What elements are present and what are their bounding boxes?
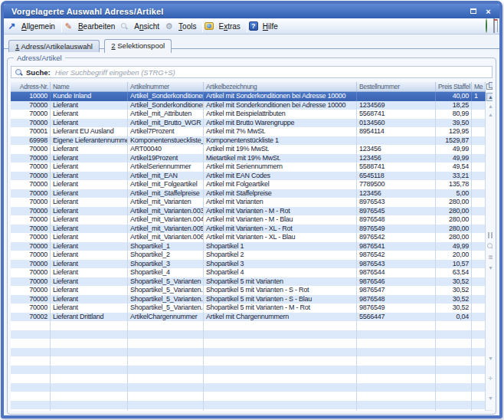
cell-bestellnummer [357, 366, 436, 375]
magnifier-icon[interactable] [487, 243, 493, 251]
table-row[interactable]: 70000LieferantArtikel_mit_EANArtikel mit… [11, 172, 486, 181]
cell-adress_nr: 70000 [11, 101, 51, 110]
empty-row[interactable] [11, 401, 486, 410]
scroll-top-button[interactable]: ▲ [486, 93, 493, 101]
column-header-artikelbezeichnung[interactable]: Artikelbezeichnung [204, 82, 357, 91]
cell-name [51, 348, 128, 357]
table-row[interactable]: 70000LieferantArtikelSeriennummerArtikel… [11, 162, 486, 172]
cell-name: Lieferant [51, 215, 128, 225]
cell-bestellnummer [357, 409, 436, 411]
table-row[interactable]: 70000LieferantArtikel_mit_Varianten.005A… [11, 225, 486, 234]
table-row[interactable]: 70000LieferantArtikel_mit_Varianten.003A… [11, 207, 486, 216]
cell-artikelnummer: Komponentenstueckliste_1 [128, 136, 204, 146]
column-header-artikelnummer[interactable]: Artikelnummer [128, 82, 204, 91]
column-header-adress_nr[interactable]: Adress-Nr. [11, 82, 51, 91]
scroll-bottom-button[interactable]: ▼ [486, 395, 493, 402]
table-row[interactable]: 70000LieferantShopartikel_5_VariantenSho… [11, 277, 486, 287]
table-row[interactable]: 70000LieferantShopartikel_5_Varianten.2S… [11, 295, 486, 304]
empty-row[interactable] [11, 339, 486, 348]
table-row[interactable]: 70000LieferantArtikel_mit_Varianten.006A… [11, 233, 486, 242]
table-row[interactable]: 70000LieferantShopartikel_3Shopartikel 3… [11, 260, 486, 269]
list-icon[interactable]: ≣ [487, 254, 493, 261]
cell-adress_nr [11, 339, 51, 348]
menu-item-tools[interactable]: Tools [174, 21, 201, 32]
filter-icon[interactable]: ▾ [487, 264, 493, 272]
table-row[interactable]: 70000LieferantShopartikel_5_Varianten.3S… [11, 304, 486, 313]
tab-adress-artikelauswahl[interactable]: 1 Adress/Artikelauswahl [8, 40, 100, 52]
table-row[interactable]: 70000LieferantShopartikel_4Shopartikel 4… [11, 268, 486, 277]
empty-row[interactable] [11, 366, 486, 375]
cell-artikelbezeichnung: Artikel mit Varianten - XL - Rot [204, 225, 357, 234]
menu-item-extras[interactable]: Extras [214, 21, 244, 32]
table-row[interactable]: 70000LieferantShopartikel_1Shopartikel 1… [11, 242, 486, 251]
empty-row[interactable] [11, 409, 486, 411]
column-header-me[interactable]: Me [472, 82, 486, 91]
cell-me [472, 242, 486, 251]
cell-artikelnummer: Artikel7Prozent [128, 127, 204, 136]
cell-preis_staffel_1: 280,00 [436, 215, 472, 225]
menu-item-allgemein[interactable]: Allgemein [17, 21, 60, 32]
column-header-preis_staffel_1[interactable]: Preis Staffel 1 [436, 82, 472, 91]
table-row[interactable]: 70000LieferantArtikel_mit_StaffelpreiseA… [11, 189, 486, 199]
arrow-up-right-icon: ↗ [7, 21, 17, 31]
table-row[interactable]: 70002Lieferant DrittlandArtikelChargennu… [11, 313, 486, 322]
scroll-up-button[interactable]: ▲ [486, 111, 493, 119]
table-row[interactable]: 70000LieferantArtikel_mit_VariantenArtik… [11, 198, 486, 207]
cell-artikelbezeichnung: Artikel mit Varianten - M - Blau [204, 215, 357, 225]
table-row[interactable]: 70000LieferantShopartikel_5_Varianten.1S… [11, 286, 486, 295]
cell-adress_nr: 70000 [11, 286, 51, 295]
globe-button[interactable] [484, 18, 489, 34]
menu-item-hilfe[interactable]: Hilfe [258, 21, 283, 32]
cell-name: Lieferant [51, 189, 128, 199]
view-magnifier-icon [119, 21, 129, 31]
table-row[interactable]: 70000LieferantArtikel_mit_Varianten.004A… [11, 215, 486, 225]
table-row[interactable]: 70000LieferantArtikel_mit_Brutto_WGRArti… [11, 119, 486, 128]
empty-row[interactable] [11, 374, 486, 383]
close-button[interactable]: × [482, 6, 495, 17]
cell-preis_staffel_1: 49,99 [436, 145, 472, 154]
table-row[interactable]: 70000LieferantArtikel_SonderkonditionenA… [11, 101, 486, 110]
table-row[interactable]: 70000LieferantArtikel_mit_AttributenArti… [11, 110, 486, 119]
column-chooser-button[interactable] [486, 82, 493, 91]
menu-item-bearbeiten[interactable]: Bearbeiten [74, 21, 119, 32]
search-input[interactable]: Hier Suchbegriff eingeben (STRG+S) [55, 68, 175, 77]
menu-item-ansicht[interactable]: Ansicht [129, 21, 164, 32]
menu-bar: ↗ Allgemein ✎ Bearbeiten Ansicht ⚙ Tools… [4, 18, 499, 34]
table-row[interactable]: 70000LieferantArtikel_mit_FolgeartikelAr… [11, 180, 486, 189]
cell-artikelnummer: Shopartikel_4 [128, 268, 204, 277]
table-row[interactable]: 70001Lieferant EU AuslandArtikel7Prozent… [11, 127, 486, 136]
table-row[interactable]: 69998Eigene Lieferantennummer -FirmaKomp… [11, 136, 486, 146]
table-row[interactable]: 70000LieferantShopartikel_2Shopartikel 2… [11, 251, 486, 260]
empty-row[interactable] [11, 330, 486, 340]
cell-artikelnummer: Artikel_mit_Varianten.003 [128, 207, 204, 216]
cell-adress_nr: 70000 [11, 189, 51, 199]
empty-row[interactable] [11, 348, 486, 357]
cell-bestellnummer [357, 348, 436, 357]
empty-row[interactable] [11, 321, 486, 330]
scroll-up-button[interactable]: ▲ [486, 103, 493, 110]
table-view-button[interactable] [492, 18, 496, 34]
table-row[interactable]: 10000Kunde InlandArtikel_Sonderkondition… [11, 92, 486, 101]
scroll-here-button[interactable]: ✛ [486, 375, 493, 382]
column-header-bestellnummer[interactable]: Bestellnummer [357, 82, 436, 91]
cell-artikelnummer: Artikel_mit_Varianten.004 [128, 215, 204, 225]
cell-adress_nr [11, 401, 51, 410]
search-bar[interactable]: Suche: Hier Suchbegriff eingeben (STRG+S… [11, 66, 493, 78]
tab-selektionspool[interactable]: 2 Selektionspool [104, 39, 172, 53]
table-row[interactable]: 70000LieferantART00040Artikel mit 19% Mw… [11, 145, 486, 154]
cell-adress_nr: 69998 [11, 136, 51, 146]
cell-preis_staffel_1: 280,00 [436, 225, 472, 234]
restore-button[interactable] [466, 6, 479, 17]
table-row[interactable]: 70000LieferantArtikel19ProzentMietartike… [11, 154, 486, 163]
empty-row[interactable] [11, 356, 486, 366]
cell-bestellnummer: 9876543 [357, 260, 436, 269]
cell-adress_nr: 70000 [11, 119, 51, 128]
empty-row[interactable] [11, 383, 486, 392]
cell-preis_staffel_1: 63,54 [436, 268, 472, 277]
column-header-name[interactable]: Name [51, 82, 128, 91]
panel-columns-icon[interactable] [487, 232, 493, 240]
grid-side-strip: ▲ ▲ ▲ ≣ ▾ ▼ ✛ ▼ [486, 82, 493, 411]
cell-artikelbezeichnung: Artikel mit Seriennummern [204, 162, 357, 172]
scroll-down-button[interactable]: ▼ [486, 355, 493, 363]
empty-row[interactable] [11, 392, 486, 401]
